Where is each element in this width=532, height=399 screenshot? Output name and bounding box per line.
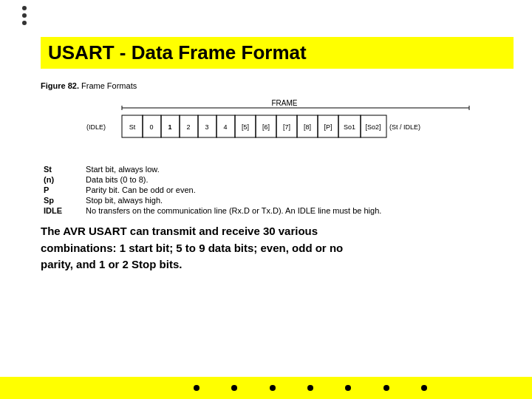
title-bar: USART - Data Frame Format: [41, 37, 514, 69]
svg-text:2: 2: [186, 123, 190, 131]
figure-title: Frame Formats: [81, 81, 137, 90]
legend-def-st: Start bit, always low.: [83, 164, 514, 174]
svg-text:[7]: [7]: [283, 123, 290, 131]
legend-term-sp: Sp: [41, 195, 83, 205]
page-title: USART - Data Frame Format: [48, 41, 307, 64]
svg-text:[8]: [8]: [304, 123, 311, 131]
legend-def-idle: No transfers on the communication line (…: [83, 205, 514, 216]
svg-text:FRAME: FRAME: [272, 99, 298, 107]
legend-row-st: St Start bit, always low.: [41, 164, 514, 174]
legend-term-n: (n): [41, 174, 83, 185]
svg-text:1: 1: [168, 123, 171, 131]
body-text-line3: parity, and 1 or 2 Stop bits.: [41, 256, 514, 273]
frame-diagram: FRAME (IDLE) St 0 1 2: [41, 95, 514, 164]
legend-row-n: (n) Data bits (0 to 8).: [41, 174, 514, 185]
svg-text:(IDLE): (IDLE): [86, 123, 106, 131]
top-dot-3: [22, 21, 27, 25]
bottom-dot-3: [270, 385, 276, 391]
legend-term-st: St: [41, 164, 83, 174]
figure-label: Figure 82.: [41, 81, 79, 90]
legend-row-sp: Sp Stop bit, always high.: [41, 195, 514, 205]
main-content: Figure 82. Frame Formats FRAME (IDLE) St: [41, 81, 514, 278]
diagram-svg: FRAME (IDLE) St 0 1 2: [41, 95, 514, 161]
svg-text:So1: So1: [344, 123, 355, 131]
svg-text:[5]: [5]: [242, 123, 249, 131]
legend-table: St Start bit, always low. (n) Data bits …: [41, 164, 514, 216]
legend-term-idle: IDLE: [41, 205, 83, 216]
body-text-line1: The AVR USART can transmit and receive 3…: [41, 223, 514, 240]
figure-caption: Figure 82. Frame Formats: [41, 81, 514, 90]
svg-text:0: 0: [149, 123, 153, 131]
svg-text:[So2]: [So2]: [365, 123, 381, 131]
bottom-bar: [0, 377, 532, 399]
legend-row-p: P Parity bit. Can be odd or even.: [41, 185, 514, 195]
top-dot-1: [22, 6, 27, 10]
body-text-line2: combinations: 1 start bit; 5 to 9 data b…: [41, 240, 514, 257]
bottom-dot-4: [307, 385, 313, 391]
top-dot-2: [22, 13, 27, 18]
legend-def-sp: Stop bit, always high.: [83, 195, 514, 205]
svg-text:[6]: [6]: [262, 123, 270, 131]
legend-term-p: P: [41, 185, 83, 195]
svg-text:4: 4: [223, 123, 227, 131]
top-dots: [22, 6, 27, 25]
body-text: The AVR USART can transmit and receive 3…: [41, 223, 514, 273]
bottom-dot-2: [231, 385, 237, 391]
legend-def-n: Data bits (0 to 8).: [83, 174, 514, 185]
svg-text:(St / IDLE): (St / IDLE): [389, 123, 420, 131]
page-container: USART - Data Frame Format Figure 82. Fra…: [0, 0, 532, 399]
bottom-dot-7: [421, 385, 427, 391]
svg-text:St: St: [129, 123, 136, 131]
legend-row-idle: IDLE No transfers on the communication l…: [41, 205, 514, 216]
bottom-dot-5: [345, 385, 351, 391]
svg-text:3: 3: [205, 123, 208, 131]
bottom-dot-1: [194, 385, 200, 391]
bottom-dot-6: [383, 385, 389, 391]
legend-def-p: Parity bit. Can be odd or even.: [83, 185, 514, 195]
svg-text:[P]: [P]: [324, 123, 332, 131]
